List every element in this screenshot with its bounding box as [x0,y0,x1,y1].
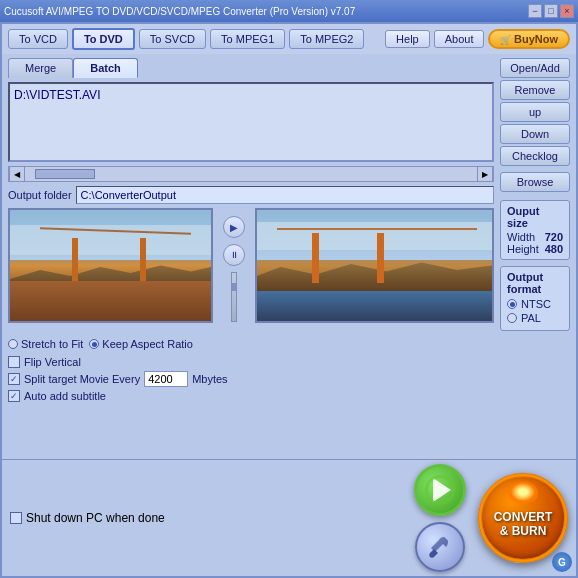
keep-aspect-ratio-radio[interactable]: Keep Aspect Ratio [89,338,193,350]
help-button[interactable]: Help [385,30,430,48]
preview-box-1 [8,208,213,323]
go-button[interactable] [414,464,466,516]
nav-to-mpeg2[interactable]: To MPEG2 [289,29,364,49]
ntsc-option[interactable]: NTSC [507,298,563,310]
shutdown-checkbox[interactable] [10,512,22,524]
pal-radio [507,313,517,323]
bottom-actions: CONVERT & BURN [414,464,568,572]
pause-button[interactable]: ⏸ [223,244,245,266]
checkboxes-area: Flip Vertical ✓ Split target Movie Every… [8,356,494,402]
scrollbar-thumb[interactable] [35,169,95,179]
scroll-left-arrow[interactable]: ◀ [9,166,25,182]
split-checkbox-box: ✓ [8,373,20,385]
width-row: Width 720 [507,231,563,243]
tab-merge[interactable]: Merge [8,58,73,78]
file-list-container: D:\VIDTEST.AVI [8,82,494,162]
close-button[interactable]: × [560,4,574,18]
subtitle-checkbox-box: ✓ [8,390,20,402]
tools-button[interactable] [415,522,465,572]
down-button[interactable]: Down [500,124,570,144]
browse-button[interactable]: Browse [500,172,570,192]
tab-bar: Merge Batch [8,58,494,78]
nav-to-vcd[interactable]: To VCD [8,29,68,49]
preview-row: ▶ ⏸ [8,208,494,330]
scroll-right-arrow[interactable]: ▶ [477,166,493,182]
convert-burn-button[interactable]: CONVERT & BURN [478,473,568,563]
up-button[interactable]: up [500,102,570,122]
output-folder-input[interactable] [76,186,494,204]
preview-box-2 [255,208,494,323]
content-area: Merge Batch D:\VIDTEST.AVI ◀ ▶ Output fo… [2,54,576,459]
horizontal-scrollbar[interactable]: ◀ ▶ [8,166,494,182]
ntsc-radio [507,299,517,309]
split-value-input[interactable] [144,371,188,387]
flip-vertical-checkbox[interactable]: Flip Vertical [8,356,494,368]
open-add-button[interactable]: Open/Add [500,58,570,78]
top-right-buttons: Help About 🛒 BuyNow [385,29,570,49]
convert-burn-label: CONVERT & BURN [494,510,553,539]
auto-subtitle-checkbox[interactable]: ✓ Auto add subtitle [8,390,494,402]
titlebar-title: Cucusoft AVI/MPEG TO DVD/VCD/SVCD/MPEG C… [4,6,355,17]
main-window: To VCD To DVD To SVCD To MPEG1 To MPEG2 … [0,22,578,578]
split-movie-checkbox[interactable]: ✓ Split target Movie Every Mbytes [8,371,494,387]
output-format-box: Output format NTSC PAL [500,266,570,331]
window-controls: − □ × [528,4,574,18]
output-size-title: Ouput size [507,205,563,229]
height-row: Height 480 [507,243,563,255]
nav-to-mpeg1[interactable]: To MPEG1 [210,29,285,49]
nav-to-svcd[interactable]: To SVCD [139,29,206,49]
flip-checkbox-box [8,356,20,368]
playback-controls: ▶ ⏸ [219,208,249,330]
remove-button[interactable]: Remove [500,80,570,100]
left-panel: Merge Batch D:\VIDTEST.AVI ◀ ▶ Output fo… [8,58,494,455]
titlebar: Cucusoft AVI/MPEG TO DVD/VCD/SVCD/MPEG C… [0,0,578,22]
checklog-button[interactable]: Checklog [500,146,570,166]
output-size-box: Ouput size Width 720 Height 480 [500,200,570,260]
aspect-radio-indicator [89,339,99,349]
file-list-item: D:\VIDTEST.AVI [14,88,488,102]
top-navigation: To VCD To DVD To SVCD To MPEG1 To MPEG2 … [2,24,576,54]
about-button[interactable]: About [434,30,485,48]
minimize-button[interactable]: − [528,4,542,18]
logo-icon: G [552,552,572,572]
bottom-area: Shut down PC when done [2,459,576,576]
output-folder-label: Output folder [8,189,72,201]
right-panel: Open/Add Remove up Down Checklog Browse … [500,58,570,455]
output-folder-row: Output folder [8,186,494,204]
maximize-button[interactable]: □ [544,4,558,18]
action-circles [414,464,466,572]
file-list[interactable]: D:\VIDTEST.AVI [10,84,492,160]
buynow-button[interactable]: 🛒 BuyNow [488,29,570,49]
bottom-left: Shut down PC when done [10,511,406,525]
stretch-radio-indicator [8,339,18,349]
nav-to-dvd[interactable]: To DVD [72,28,135,50]
tab-batch[interactable]: Batch [73,58,138,78]
shutdown-row[interactable]: Shut down PC when done [10,511,406,525]
play-button[interactable]: ▶ [223,216,245,238]
scrollbar-track[interactable] [25,167,477,181]
pal-option[interactable]: PAL [507,312,563,324]
stretch-to-fit-radio[interactable]: Stretch to Fit [8,338,83,350]
output-format-title: Output format [507,271,563,295]
options-row: Stretch to Fit Keep Aspect Ratio [8,338,494,350]
